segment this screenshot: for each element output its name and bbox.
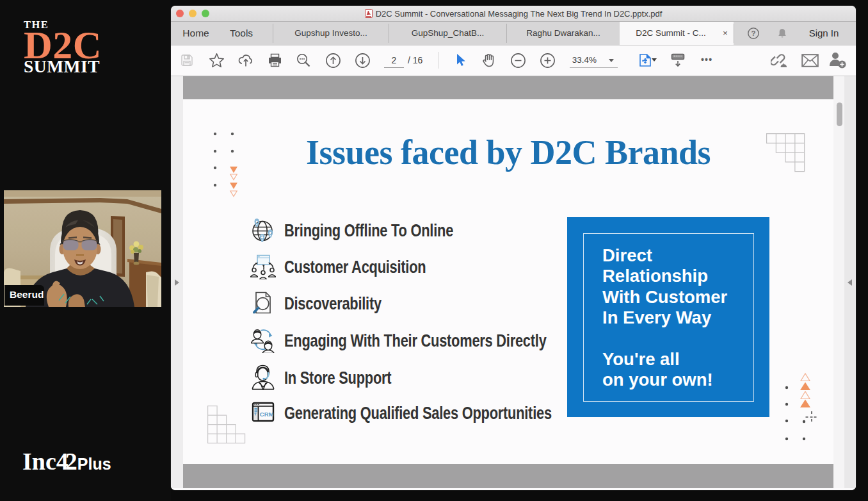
- svg-text:?: ?: [751, 29, 755, 37]
- svg-text:CRM: CRM: [260, 411, 274, 418]
